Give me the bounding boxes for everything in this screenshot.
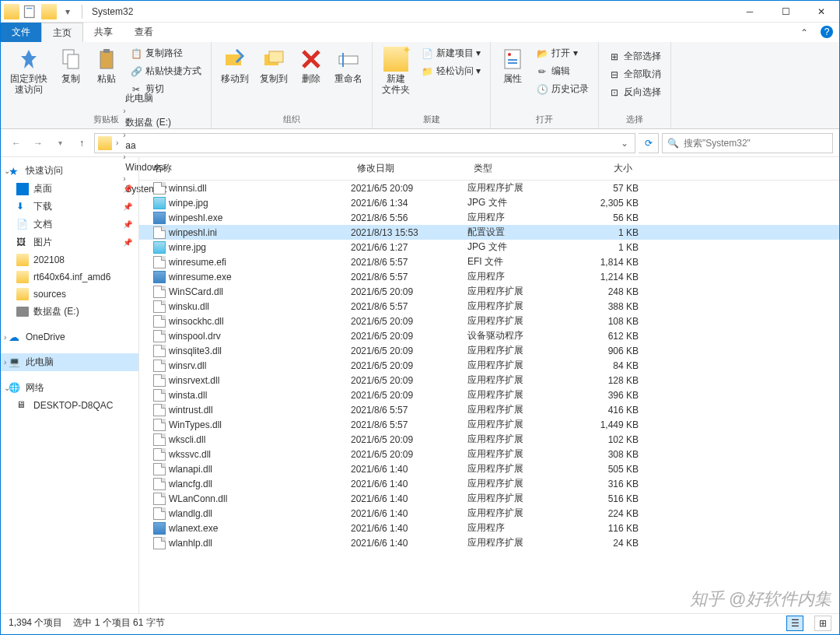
file-row[interactable]: winre.jpg2021/6/6 1:27JPG 文件1 KB	[139, 240, 839, 254]
new-item-button[interactable]: 📄新建项目 ▾	[418, 45, 484, 61]
open-button[interactable]: 📂打开 ▾	[533, 45, 592, 61]
search-input[interactable]	[684, 138, 828, 149]
maximize-button[interactable]: ☐	[768, 1, 803, 23]
file-row[interactable]: winsku.dll2021/8/6 5:57应用程序扩展388 KB	[139, 299, 839, 314]
file-row[interactable]: wlandlg.dll2021/6/6 1:40应用程序扩展224 KB	[139, 506, 839, 521]
chevron-icon[interactable]: ›	[114, 139, 121, 147]
copy-path-button[interactable]: 📋复制路径	[127, 45, 205, 61]
recent-locations-button[interactable]: ▾	[51, 134, 69, 153]
file-row[interactable]: winpeshl.exe2021/8/6 5:56应用程序56 KB	[139, 210, 839, 225]
nav-data-drive[interactable]: 数据盘 (E:)	[1, 303, 138, 321]
column-size[interactable]: 大小	[561, 160, 639, 177]
back-button[interactable]: ←	[7, 134, 26, 153]
help-icon[interactable]: ?	[821, 26, 833, 38]
forward-button[interactable]: →	[29, 134, 47, 153]
easy-access-button[interactable]: 📁轻松访问 ▾	[418, 63, 484, 79]
expand-icon[interactable]: ›	[4, 358, 6, 367]
new-folder-button[interactable]: ✦ 新建 文件夹	[377, 44, 415, 99]
file-row[interactable]: wlanext.exe2021/6/6 1:40应用程序116 KB	[139, 521, 839, 535]
collapse-ribbon-icon[interactable]: ⌃	[794, 23, 814, 42]
file-row[interactable]: winsrvext.dll2021/6/5 20:09应用程序扩展128 KB	[139, 373, 839, 388]
paste-shortcut-button[interactable]: 🔗粘贴快捷方式	[127, 63, 205, 79]
nav-network[interactable]: ⌄🌐网络	[1, 379, 138, 397]
column-date[interactable]: 修改日期	[351, 160, 467, 177]
column-name[interactable]: 名称	[139, 160, 351, 177]
expand-icon[interactable]: ›	[4, 333, 6, 342]
address-bar[interactable]: › 此电脑›数据盘 (E:)›aa›Windows›System32 ⌄	[94, 133, 635, 153]
file-row[interactable]: wlancfg.dll2021/6/6 1:40应用程序扩展316 KB	[139, 476, 839, 491]
tab-view[interactable]: 查看	[124, 23, 164, 42]
file-date: 2021/8/13 15:53	[351, 227, 467, 238]
move-to-button[interactable]: 移动到	[216, 44, 254, 87]
nav-folder-rt640[interactable]: rt640x64.inf_amd6	[1, 268, 138, 286]
file-row[interactable]: WLanConn.dll2021/6/6 1:40应用程序扩展516 KB	[139, 491, 839, 506]
edit-button[interactable]: ✏编辑	[533, 63, 592, 79]
file-row[interactable]: winresume.efi2021/8/6 5:57EFI 文件1,814 KB	[139, 254, 839, 269]
navigation-pane[interactable]: ⌄★快速访问 桌面📌 ⬇下载📌 📄文档📌 🖼图片📌 202108 rt640x6…	[1, 157, 139, 613]
copy-to-button[interactable]: 复制到	[255, 44, 292, 87]
paste-button[interactable]: 粘贴	[89, 44, 124, 87]
file-type: 应用程序扩展	[467, 507, 561, 520]
file-row[interactable]: winresume.exe2021/8/6 5:57应用程序1,214 KB	[139, 269, 839, 284]
chevron-icon[interactable]: ›	[121, 107, 128, 115]
select-none-button[interactable]: ⊟全部取消	[605, 66, 664, 82]
file-list[interactable]: winnsi.dll2021/6/5 20:09应用程序扩展57 KBwinpe…	[139, 181, 839, 613]
close-button[interactable]: ✕	[803, 1, 839, 23]
column-type[interactable]: 类型	[467, 160, 561, 177]
qat-properties-icon[interactable]	[23, 4, 38, 19]
nav-pictures[interactable]: 🖼图片📌	[1, 233, 138, 251]
large-icons-view-button[interactable]: ⊞	[814, 616, 831, 631]
file-row[interactable]: winsqlite3.dll2021/6/5 20:09应用程序扩展906 KB	[139, 343, 839, 358]
minimize-button[interactable]: ─	[732, 1, 768, 23]
tab-home[interactable]: 主页	[41, 23, 83, 42]
chevron-icon[interactable]: ›	[121, 131, 128, 139]
nav-this-pc[interactable]: ›💻此电脑	[1, 353, 138, 371]
expand-icon[interactable]: ⌄	[4, 384, 10, 392]
nav-desktop[interactable]: 桌面📌	[1, 180, 138, 198]
rename-button[interactable]: 重命名	[330, 44, 367, 87]
copy-button[interactable]: 复制	[54, 44, 88, 87]
nav-folder-sources[interactable]: sources	[1, 286, 138, 303]
file-row[interactable]: winsockhc.dll2021/6/5 20:09应用程序扩展108 KB	[139, 314, 839, 328]
properties-button[interactable]: 属性	[495, 44, 530, 87]
up-button[interactable]: ↑	[72, 134, 91, 153]
nav-folder-202108[interactable]: 202108	[1, 251, 138, 268]
qat-dropdown-icon[interactable]: ▾	[60, 4, 75, 19]
nav-quick-access[interactable]: ⌄★快速访问	[1, 162, 138, 180]
breadcrumb-segment[interactable]: 此电脑	[121, 92, 176, 105]
tab-file[interactable]: 文件	[1, 23, 41, 42]
file-row[interactable]: winsta.dll2021/6/5 20:09应用程序扩展396 KB	[139, 388, 839, 402]
cloud-icon: ☁	[9, 331, 21, 343]
tab-share[interactable]: 共享	[83, 23, 124, 42]
nav-documents[interactable]: 📄文档📌	[1, 216, 138, 233]
file-row[interactable]: winnsi.dll2021/6/5 20:09应用程序扩展57 KB	[139, 181, 839, 195]
file-row[interactable]: wlanapi.dll2021/6/6 1:40应用程序扩展505 KB	[139, 461, 839, 476]
details-view-button[interactable]: ☰	[786, 616, 803, 631]
nav-desktop-pc[interactable]: 🖥DESKTOP-D8QAC	[1, 397, 138, 414]
file-row[interactable]: winspool.drv2021/6/5 20:09设备驱动程序612 KB	[139, 328, 839, 343]
file-row[interactable]: wintrust.dll2021/8/6 5:57应用程序扩展416 KB	[139, 402, 839, 417]
nav-downloads[interactable]: ⬇下载📌	[1, 198, 138, 216]
file-row[interactable]: WinTypes.dll2021/8/6 5:57应用程序扩展1,449 KB	[139, 417, 839, 432]
expand-icon[interactable]: ⌄	[4, 167, 10, 175]
file-row[interactable]: wlanhlp.dll2021/6/6 1:40应用程序扩展24 KB	[139, 535, 839, 550]
qat-new-folder-icon[interactable]	[41, 4, 57, 19]
file-row[interactable]: wkssvc.dll2021/6/5 20:09应用程序扩展308 KB	[139, 447, 839, 461]
file-row[interactable]: WinSCard.dll2021/6/5 20:09应用程序扩展248 KB	[139, 284, 839, 299]
file-row[interactable]: winpe.jpg2021/6/6 1:34JPG 文件2,305 KB	[139, 195, 839, 210]
nav-onedrive[interactable]: ›☁OneDrive	[1, 328, 138, 346]
pin-to-quick-access-button[interactable]: 固定到快 速访问	[5, 44, 52, 99]
file-row[interactable]: winsrv.dll2021/6/5 20:09应用程序扩展84 KB	[139, 358, 839, 373]
delete-button[interactable]: 删除	[294, 44, 328, 87]
select-all-button[interactable]: ⊞全部选择	[605, 48, 664, 65]
breadcrumb-segment[interactable]: 数据盘 (E:)	[121, 116, 176, 129]
breadcrumb-segment[interactable]: aa	[121, 140, 176, 151]
search-box[interactable]: 🔍	[662, 133, 833, 153]
invert-selection-button[interactable]: ⊡反向选择	[605, 84, 664, 100]
column-headers[interactable]: 名称 修改日期 类型 大小	[139, 157, 839, 181]
refresh-button[interactable]: ⟳	[639, 133, 659, 153]
file-row[interactable]: winpeshl.ini2021/8/13 15:53配置设置1 KB	[139, 225, 839, 240]
file-row[interactable]: wkscli.dll2021/6/5 20:09应用程序扩展102 KB	[139, 432, 839, 447]
history-button[interactable]: 🕓历史记录	[533, 81, 592, 97]
address-dropdown-icon[interactable]: ⌄	[616, 138, 633, 149]
